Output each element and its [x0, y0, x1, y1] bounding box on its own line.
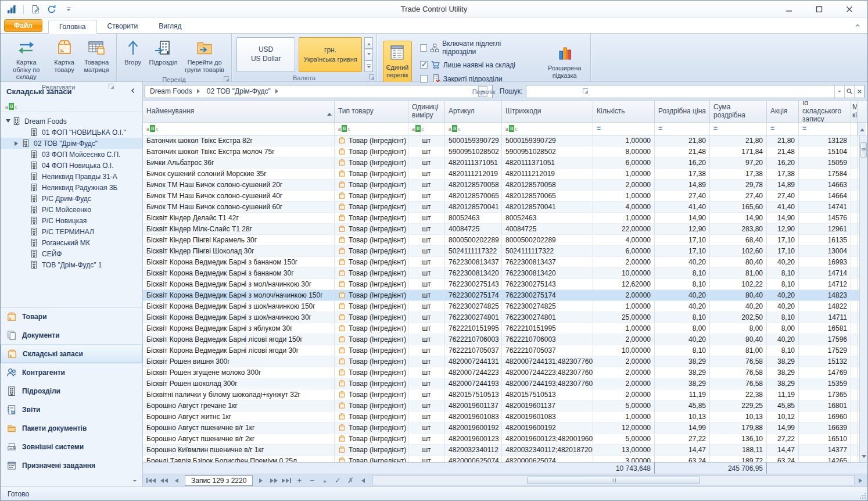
filter-price[interactable]: =	[655, 123, 710, 135]
table-row[interactable]: Борошно Август житнє 1кг Товар (Інгредіє…	[143, 411, 859, 423]
column-header-id[interactable]: Id складського запису	[799, 101, 851, 122]
tab-home[interactable]: Головна	[48, 20, 97, 34]
tree-item[interactable]: Р/С Мойсеенко	[1, 204, 142, 215]
table-row[interactable]: Батончик шокол Твікс Екстра 82г Товар (І…	[143, 135, 859, 146]
cancel-edit-icon[interactable]: ✗	[345, 475, 356, 486]
checkbox[interactable]	[420, 61, 428, 69]
dialog-launcher-icon[interactable]	[369, 74, 374, 80]
table-row[interactable]: Бісквіт Кіндер Пінгві Шоколад 30г Товар …	[143, 246, 859, 257]
table-row[interactable]: Бісквіт Корона Ведмедик Барні з молоч/на…	[143, 290, 859, 301]
edit-record-icon[interactable]	[319, 475, 331, 486]
tree-item[interactable]: Неликвид Правды 31-А	[1, 171, 142, 182]
column-header-sum[interactable]: Сума роздрібна	[710, 101, 767, 122]
column-header-qty[interactable]: Кількість	[593, 101, 655, 122]
filter-sum[interactable]: =	[710, 123, 767, 135]
extended-hint-button[interactable]: Розширена підказка	[542, 42, 587, 81]
tree-root[interactable]: Dream Foods	[1, 116, 142, 127]
filter-unit[interactable]: авс	[408, 123, 445, 135]
tree-item[interactable]: СЕЙФ	[1, 248, 142, 259]
table-row[interactable]: Бичок сушений солоний Морские 35г Товар …	[143, 169, 859, 180]
table-row[interactable]: Батончик шокол Твікс Екстра молоч 75г То…	[143, 146, 859, 158]
search-icon[interactable]	[844, 85, 854, 98]
go-up-button[interactable]: Вгору	[120, 36, 145, 68]
table-row[interactable]: Бісквіт Корона Ведмедик Барні з шок/начи…	[143, 301, 859, 312]
expander-closed-icon[interactable]	[13, 141, 21, 146]
sidebar-nav-item[interactable]: Товари	[1, 307, 142, 326]
sidebar-nav-item[interactable]: Підрозділи	[1, 382, 142, 400]
table-row[interactable]: Бісквіт Рошен згущене молоко 300г Товар …	[143, 367, 859, 378]
expander-open-icon[interactable]	[4, 117, 12, 125]
column-header-price[interactable]: Роздрібна ціна	[655, 101, 710, 122]
search-clear-icon[interactable]	[854, 85, 864, 98]
ribbon-checkbox-option[interactable]: Лише наявні на складі	[420, 60, 532, 70]
tab-file[interactable]: Файл	[4, 19, 42, 32]
new-document-icon[interactable]	[29, 3, 42, 16]
filter-article[interactable]: авс	[445, 123, 502, 135]
tab-view[interactable]: Вигляд	[148, 19, 192, 33]
sidebar-nav-item[interactable]: Пакети документів	[1, 419, 142, 438]
scroll-left-icon[interactable]	[357, 475, 369, 486]
sidebar-nav-item[interactable]: Зовнішні системи	[1, 438, 142, 456]
division-button[interactable]: Підрозділ	[146, 36, 180, 68]
post-edit-icon[interactable]: ✓	[332, 475, 343, 486]
dialog-launcher-icon[interactable]	[224, 76, 229, 81]
table-row[interactable]: Бичок ТМ Наш Бичок солоно-сушений 20г То…	[143, 180, 859, 191]
tree-item[interactable]: 01 ФОП "НОВИЦЬКА О.І."	[1, 127, 142, 138]
table-row[interactable]: Бісквіт Кіндер Мілк-Слайс Т1 28г Товар (…	[143, 224, 859, 235]
tree-item[interactable]: 04 ФОП Новицька О.І.	[1, 160, 142, 171]
stock-card-button[interactable]: Картка обліку по складу	[4, 36, 48, 83]
table-row[interactable]: Борошно Август пшеничне в/г 1кг Товар (І…	[143, 423, 859, 434]
sidebar-nav-item[interactable]: Складські запаси	[1, 345, 142, 363]
scroll-right-icon[interactable]	[856, 475, 865, 485]
vertical-scrollbar[interactable]	[859, 135, 867, 462]
scrollbar-thumb[interactable]	[860, 142, 867, 158]
sidebar-nav-item[interactable]: Звіти	[1, 400, 142, 419]
tree-item[interactable]: 02 ТОВ "Дрім-Фудс"	[1, 138, 142, 149]
product-matrix-button[interactable]: Товарна матриця	[80, 36, 113, 75]
column-header-barcode[interactable]: Штрихкоди	[502, 101, 593, 122]
tree-item[interactable]: Р/С ТЕРМИНАЛ	[1, 226, 142, 237]
sidebar-nav-item[interactable]: Призначені завдання	[1, 456, 142, 475]
tree-item[interactable]: Р/С Новицкая	[1, 215, 142, 226]
filter-name[interactable]: авс	[143, 123, 335, 135]
prev-page-icon[interactable]	[158, 475, 170, 486]
table-row[interactable]: Бісквіт Кіндер Пінгві Карамель 30г Товар…	[143, 235, 859, 246]
filter-promo[interactable]: =	[767, 123, 799, 135]
spin-up-icon[interactable]	[364, 37, 373, 49]
table-row[interactable]: Бісквіт Корона Ведмедик Барні з бананом …	[143, 257, 859, 268]
table-row[interactable]: Бичок ТМ Наш Бичок солоно-сушений 40г То…	[143, 191, 859, 202]
table-row[interactable]: Бісквіт Корона Ведмедик Барні з мол/начи…	[143, 279, 859, 290]
column-header-name[interactable]: Найменування	[143, 101, 335, 122]
table-row[interactable]: Бісквіт Корона Ведмедик Барні лісові яго…	[143, 345, 859, 356]
close-button[interactable]	[842, 3, 857, 15]
breadcrumb-item[interactable]: Dream Foods	[150, 87, 192, 95]
table-row[interactable]: Бренді Таврія Бзірок Борисфен Преміум 0,…	[143, 456, 859, 462]
table-row[interactable]: Борошно Август пшеничне в/г 2кг Товар (І…	[143, 434, 859, 445]
horizontal-scrollbar[interactable]	[372, 475, 855, 485]
minimize-button[interactable]	[781, 3, 797, 15]
table-row[interactable]: Бісквіт Корона Ведмедик Барні з яблуком …	[143, 323, 859, 334]
table-row[interactable]: Бісквіт Корона Ведмедик Барні з шок/начи…	[143, 312, 859, 323]
customize-toolbar-icon[interactable]	[64, 8, 73, 11]
tree-filter-row[interactable]: авс	[1, 101, 142, 112]
collapse-panel-icon[interactable]	[130, 87, 137, 96]
next-page-icon[interactable]	[268, 475, 279, 486]
product-card-button[interactable]: Картка товару	[49, 36, 79, 75]
next-record-icon[interactable]	[255, 475, 267, 486]
append-record-icon[interactable]: +	[293, 475, 305, 486]
table-row[interactable]: Борошно Август гречане 1кг Товар (Інгред…	[143, 400, 859, 411]
column-header-article[interactable]: Артикул	[445, 101, 502, 122]
dialog-launcher-icon[interactable]	[583, 88, 588, 94]
filter-barcode[interactable]: авс	[502, 123, 593, 135]
table-row[interactable]: Бісквіт Кіндер Делайс Т1 42г Товар (Інгр…	[143, 213, 859, 224]
scrollbar-thumb[interactable]	[527, 477, 700, 484]
maximize-button[interactable]	[812, 3, 827, 15]
column-header-unit[interactable]: Одиниці виміру	[408, 101, 445, 122]
tree-item[interactable]: ТОВ "Дрім-Фудс" 1	[1, 259, 142, 270]
table-row[interactable]: Бісквітні палички у білому шоколаді+кунж…	[143, 389, 859, 400]
tab-create[interactable]: Створити	[97, 19, 149, 33]
filter-type[interactable]: авс	[335, 123, 408, 135]
sidebar-nav-item[interactable]: Контрагенти	[1, 363, 142, 382]
search-dropdown-icon[interactable]	[834, 85, 844, 98]
spin-more-icon[interactable]	[364, 60, 373, 72]
